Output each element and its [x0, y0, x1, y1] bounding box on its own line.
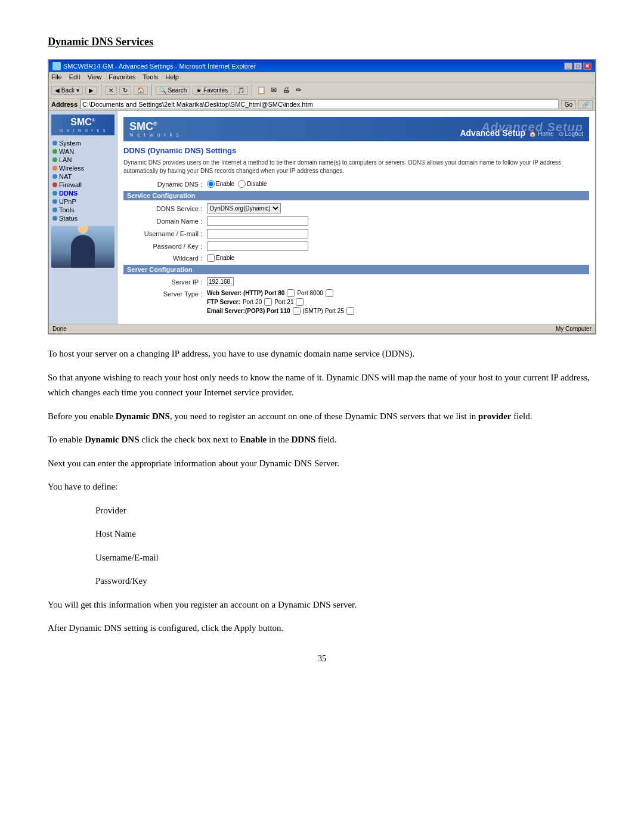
sidebar-image — [51, 226, 114, 268]
browser-menubar: File Edit View Favorites Tools Help — [49, 72, 595, 82]
sidebar-label-ddns: DDNS — [59, 190, 78, 197]
sidebar-label-wan: WAN — [59, 148, 74, 155]
dynamic-dns-row: Dynamic DNS : Enable Disable — [123, 180, 589, 188]
advanced-setup-text: Advanced Setup — [460, 128, 525, 138]
password-label: Password / Key : — [123, 243, 207, 250]
ddns-service-select[interactable]: DynDNS.org(Dynamic) — [207, 203, 281, 213]
toolbar-icons: 📋 ✉ 🖨 ✏ — [256, 85, 304, 95]
maximize-button[interactable]: □ — [574, 63, 582, 70]
ftp-port-21-checkbox[interactable] — [296, 298, 304, 306]
web-server-label: Web Server: (HTTP) Port 80 — [207, 290, 284, 296]
sidebar-item-lan[interactable]: LAN — [51, 156, 114, 164]
enable-radio[interactable] — [207, 180, 215, 188]
email-pop3-checkbox[interactable] — [293, 307, 301, 315]
browser-toolbar: ◀ Back ▾ ▶ ✕ ↻ 🏠 🔍 Search ★ Favorites 🎵 … — [49, 82, 595, 98]
bullet-icon — [52, 182, 57, 187]
mail-button[interactable]: ✉ — [268, 85, 279, 95]
sidebar-label-tools: Tools — [59, 206, 75, 213]
person-image — [51, 226, 114, 268]
password-input[interactable] — [207, 241, 308, 251]
sidebar-item-tools[interactable]: Tools — [51, 206, 114, 214]
sidebar-item-status[interactable]: Status — [51, 214, 114, 222]
home-button[interactable]: 🏠 — [134, 86, 148, 95]
bullet-icon — [52, 191, 57, 196]
domain-name-label: Domain Name : — [123, 218, 207, 225]
browser-title-text: SMCWBR14-GM - Advanced Settings - Micros… — [63, 63, 256, 70]
menu-tools[interactable]: Tools — [143, 73, 159, 80]
back-button[interactable]: ◀ Back ▾ — [51, 86, 83, 95]
server-config-header: Server Configuration — [123, 265, 589, 274]
logout-link[interactable]: ⊙ Logout — [559, 131, 583, 137]
ddns-settings: DDNS (Dynamic DNS) Settings Dynamic DNS … — [123, 146, 589, 315]
toolbar-separator — [101, 84, 101, 96]
doc-list-hostname: Host Name — [48, 527, 596, 542]
doc-para-3: Before you enable Dynamic DNS, you need … — [48, 409, 596, 425]
email-smtp-checkbox[interactable] — [346, 307, 354, 315]
doc-list-password: Password/Key — [48, 574, 596, 589]
address-input[interactable] — [80, 100, 559, 109]
sidebar-label-status: Status — [59, 215, 78, 222]
disable-radio-label[interactable]: Disable — [238, 180, 267, 188]
menu-view[interactable]: View — [88, 73, 102, 80]
stop-button[interactable]: ✕ — [105, 86, 117, 95]
menu-favorites[interactable]: Favorites — [109, 73, 135, 80]
home-link[interactable]: 🏠 Home — [529, 131, 553, 137]
toolbar-separator2 — [151, 84, 152, 96]
doc-body: To host your server on a changing IP add… — [48, 346, 596, 636]
media-button[interactable]: 🎵 — [234, 86, 248, 95]
username-input[interactable] — [207, 229, 308, 239]
menu-help[interactable]: Help — [165, 73, 179, 80]
smc-right: Advanced Setup Advanced Setup 🏠 Home ⊙ L… — [460, 120, 583, 138]
wildcard-enable-label[interactable]: Enable — [207, 254, 234, 262]
wildcard-checkbox[interactable] — [207, 254, 215, 262]
address-label: Address — [51, 101, 78, 108]
browser-icon — [52, 62, 61, 70]
go-button[interactable]: Go — [561, 100, 576, 109]
menu-file[interactable]: File — [51, 73, 62, 80]
doc-list-provider: Provider — [48, 503, 596, 519]
server-ip-input[interactable] — [207, 277, 234, 286]
sidebar-item-nat[interactable]: NAT — [51, 172, 114, 181]
bullet-icon — [52, 157, 57, 162]
enable-radio-label[interactable]: Enable — [207, 180, 234, 188]
ddns-service-row: DDNS Service : DynDNS.org(Dynamic) — [123, 203, 589, 213]
forward-button[interactable]: ▶ — [85, 86, 97, 95]
web-port-8000-checkbox[interactable] — [326, 289, 333, 297]
ftp-port-20-checkbox[interactable] — [264, 298, 272, 306]
web-port-80-checkbox[interactable] — [287, 289, 295, 297]
smc-logo: SMC® — [129, 120, 180, 133]
doc-para-6: You have to define: — [48, 479, 596, 495]
history-button[interactable]: 📋 — [256, 85, 267, 95]
minimize-button[interactable]: _ — [564, 63, 572, 70]
bold-dynamic-dns-2: Dynamic DNS — [85, 435, 139, 444]
page-title: Dynamic DNS Services — [48, 36, 596, 48]
sidebar-item-wan[interactable]: WAN — [51, 147, 114, 156]
bullet-icon — [52, 166, 57, 171]
links-button[interactable]: 🔗 — [578, 100, 593, 109]
sidebar-item-ddns[interactable]: DDNS — [51, 189, 114, 197]
print-button[interactable]: 🖨 — [281, 85, 292, 95]
dynamic-dns-label: Dynamic DNS : — [123, 181, 207, 188]
sidebar-item-firewall[interactable]: Firewall — [51, 181, 114, 189]
browser-window: SMCWBR14-GM - Advanced Settings - Micros… — [48, 59, 596, 335]
bullet-icon — [52, 208, 57, 212]
sidebar-item-wireless[interactable]: Wireless — [51, 164, 114, 172]
browser-content: SMC® N e t w o r k s System WAN LAN — [49, 111, 595, 324]
close-button[interactable]: ✕ — [583, 63, 592, 70]
bold-dynamic-dns-1: Dynamic DNS — [116, 411, 170, 421]
search-button[interactable]: 🔍 Search — [156, 86, 190, 95]
sidebar-item-upnp[interactable]: UPnP — [51, 197, 114, 206]
refresh-button[interactable]: ↻ — [119, 86, 131, 95]
email-server-label: Email Server:(POP3) Port 110 — [207, 308, 290, 314]
doc-para-7: You will get this information when you r… — [48, 597, 596, 613]
edit-button[interactable]: ✏ — [293, 85, 304, 95]
toolbar-separator3 — [252, 84, 252, 96]
favorites-button[interactable]: ★ Favorites — [193, 86, 231, 95]
domain-name-input[interactable] — [207, 216, 308, 226]
server-type-row: Server Type : Web Server: (HTTP) Port 80… — [123, 289, 589, 315]
titlebar-buttons[interactable]: _ □ ✕ — [564, 63, 592, 70]
sidebar-item-system[interactable]: System — [51, 139, 114, 147]
status-right: My Computer — [556, 326, 592, 332]
menu-edit[interactable]: Edit — [69, 73, 80, 80]
disable-radio[interactable] — [238, 180, 246, 188]
